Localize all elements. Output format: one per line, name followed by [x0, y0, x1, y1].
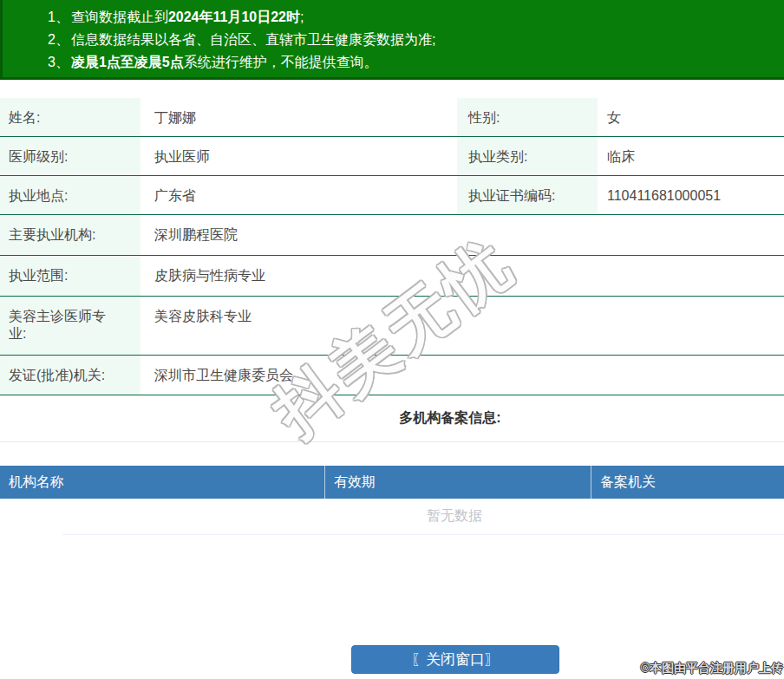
field-label-cosmetic-specialty: 美容主诊医师专业: [0, 297, 140, 355]
column-header-institution-name: 机构名称 [0, 466, 325, 499]
info-row-practice-scope: 执业范围: 皮肤病与性病专业 [0, 256, 784, 297]
notice-line-1: 1、查询数据截止到2024年11月10日22时; [48, 6, 775, 29]
field-value-issuing-authority: 深圳市卫生健康委员会 [140, 356, 784, 395]
practitioner-info-table: 姓名: 丁娜娜 性别: 女 医师级别: 执业医师 执业类别: 临床 执业地点: … [0, 98, 784, 395]
field-value-gender: 女 [598, 98, 784, 136]
field-label-name: 姓名: [0, 98, 140, 136]
field-value-doctor-level: 执业医师 [140, 137, 457, 175]
multi-org-table: 机构名称 有效期 备案机关 暂无数据 [0, 466, 784, 535]
field-label-issuing-authority: 发证(批准)机关: [0, 356, 140, 395]
field-label-practice-category: 执业类别: [457, 137, 598, 175]
info-row-issuing-authority: 发证(批准)机关: 深圳市卫生健康委员会 [0, 356, 784, 395]
field-value-practice-location: 广东省 [140, 176, 457, 214]
upload-stamp-text: ©本图由平台注册用户上传 [641, 661, 783, 676]
close-window-button[interactable]: 〖关闭窗口〗 [351, 645, 559, 674]
field-value-certificate-no: 110411681000051 [598, 176, 784, 214]
field-label-practice-location: 执业地点: [0, 176, 140, 214]
multi-org-table-header: 机构名称 有效期 备案机关 [0, 466, 784, 499]
notice-line-3: 3、凌晨1点至凌晨5点系统进行维护，不能提供查询。 [48, 51, 775, 74]
info-row-main-institution: 主要执业机构: 深圳鹏程医院 [0, 215, 784, 256]
field-value-cosmetic-specialty: 美容皮肤科专业 [140, 297, 784, 355]
empty-data-placeholder: 暂无数据 [62, 499, 784, 535]
info-row-location-certno: 执业地点: 广东省 执业证书编码: 110411681000051 [0, 176, 784, 215]
section-divider [0, 441, 784, 442]
column-header-validity-period: 有效期 [325, 466, 591, 499]
field-value-main-institution: 深圳鹏程医院 [140, 215, 784, 255]
field-value-name: 丁娜娜 [140, 98, 457, 136]
info-row-level-category: 医师级别: 执业医师 执业类别: 临床 [0, 137, 784, 176]
field-label-practice-scope: 执业范围: [0, 256, 140, 296]
field-label-main-institution: 主要执业机构: [0, 215, 140, 255]
notice-banner: 1、查询数据截止到2024年11月10日22时; 2、信息数据结果以各省、自治区… [0, 0, 784, 80]
field-label-certificate-no: 执业证书编码: [457, 176, 598, 214]
field-label-doctor-level: 医师级别: [0, 137, 140, 175]
field-value-practice-category: 临床 [598, 137, 784, 175]
info-row-cosmetic-specialty: 美容主诊医师专业: 美容皮肤科专业 [0, 297, 784, 356]
field-label-gender: 性别: [457, 98, 598, 136]
info-row-name-gender: 姓名: 丁娜娜 性别: 女 [0, 98, 784, 137]
field-value-practice-scope: 皮肤病与性病专业 [140, 256, 784, 296]
notice-line-2: 2、信息数据结果以各省、自治区、直辖市卫生健康委数据为准; [48, 29, 775, 51]
multi-org-heading: 多机构备案信息: [58, 409, 784, 428]
column-header-filing-authority: 备案机关 [591, 466, 784, 499]
